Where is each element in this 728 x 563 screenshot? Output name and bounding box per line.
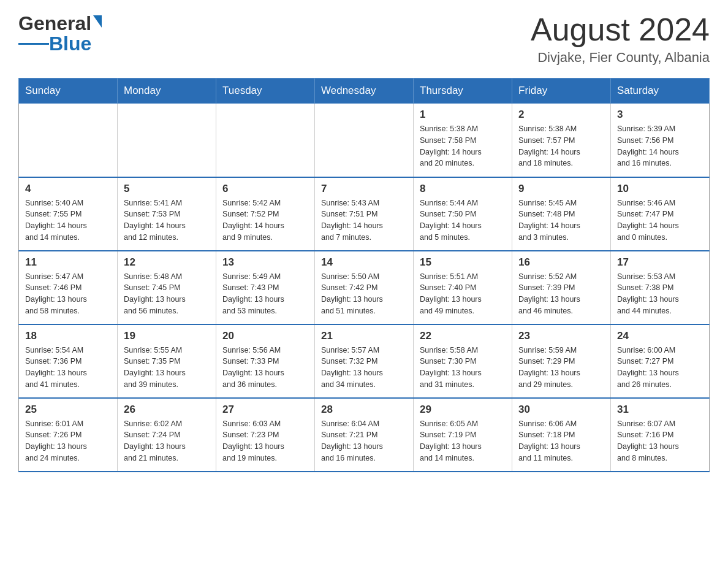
day-info: Sunrise: 5:38 AM Sunset: 7:58 PM Dayligh… <box>420 123 506 169</box>
day-info: Sunrise: 5:56 AM Sunset: 7:33 PM Dayligh… <box>222 345 308 391</box>
day-info: Sunrise: 5:43 AM Sunset: 7:51 PM Dayligh… <box>321 197 407 243</box>
day-number: 27 <box>222 404 308 416</box>
month-year-title: August 2024 <box>531 12 710 47</box>
day-number: 15 <box>420 256 506 269</box>
day-number: 25 <box>25 404 111 416</box>
day-info: Sunrise: 5:39 AM Sunset: 7:56 PM Dayligh… <box>617 123 703 169</box>
day-number: 20 <box>222 330 308 342</box>
day-info: Sunrise: 6:01 AM Sunset: 7:26 PM Dayligh… <box>25 418 111 464</box>
calendar-cell: 18Sunrise: 5:54 AM Sunset: 7:36 PM Dayli… <box>19 324 118 398</box>
day-info: Sunrise: 5:49 AM Sunset: 7:43 PM Dayligh… <box>222 271 308 317</box>
day-number: 11 <box>25 256 111 269</box>
calendar-week-row: 1Sunrise: 5:38 AM Sunset: 7:58 PM Daylig… <box>19 104 710 177</box>
day-info: Sunrise: 5:55 AM Sunset: 7:35 PM Dayligh… <box>124 345 210 391</box>
logo-triangle-icon <box>93 15 102 28</box>
calendar-table: Sunday Monday Tuesday Wednesday Thursday… <box>18 78 710 472</box>
calendar-cell: 7Sunrise: 5:43 AM Sunset: 7:51 PM Daylig… <box>315 177 414 251</box>
day-number: 5 <box>124 183 210 195</box>
day-info: Sunrise: 6:03 AM Sunset: 7:23 PM Dayligh… <box>222 418 308 464</box>
day-number: 3 <box>617 109 703 121</box>
day-number: 12 <box>124 256 210 269</box>
day-info: Sunrise: 5:51 AM Sunset: 7:40 PM Dayligh… <box>420 271 506 317</box>
day-info: Sunrise: 5:53 AM Sunset: 7:38 PM Dayligh… <box>617 271 703 317</box>
day-info: Sunrise: 5:41 AM Sunset: 7:53 PM Dayligh… <box>124 197 210 243</box>
calendar-cell: 11Sunrise: 5:47 AM Sunset: 7:46 PM Dayli… <box>19 251 118 324</box>
day-number: 2 <box>518 109 604 121</box>
calendar-week-row: 25Sunrise: 6:01 AM Sunset: 7:26 PM Dayli… <box>19 398 710 472</box>
calendar-cell <box>315 104 414 177</box>
calendar-cell: 10Sunrise: 5:46 AM Sunset: 7:47 PM Dayli… <box>611 177 710 251</box>
day-info: Sunrise: 5:45 AM Sunset: 7:48 PM Dayligh… <box>518 197 604 243</box>
calendar-cell: 15Sunrise: 5:51 AM Sunset: 7:40 PM Dayli… <box>414 251 512 324</box>
day-number: 17 <box>617 256 703 269</box>
day-number: 31 <box>617 404 703 416</box>
day-info: Sunrise: 6:05 AM Sunset: 7:19 PM Dayligh… <box>420 418 506 464</box>
day-info: Sunrise: 5:57 AM Sunset: 7:32 PM Dayligh… <box>321 345 407 391</box>
day-info: Sunrise: 5:54 AM Sunset: 7:36 PM Dayligh… <box>25 345 111 391</box>
col-sunday: Sunday <box>19 79 118 104</box>
day-number: 9 <box>518 183 604 195</box>
day-info: Sunrise: 5:48 AM Sunset: 7:45 PM Dayligh… <box>124 271 210 317</box>
day-info: Sunrise: 6:04 AM Sunset: 7:21 PM Dayligh… <box>321 418 407 464</box>
day-info: Sunrise: 5:46 AM Sunset: 7:47 PM Dayligh… <box>617 197 703 243</box>
col-friday: Friday <box>512 79 611 104</box>
calendar-cell: 5Sunrise: 5:41 AM Sunset: 7:53 PM Daylig… <box>118 177 216 251</box>
calendar-cell: 14Sunrise: 5:50 AM Sunset: 7:42 PM Dayli… <box>315 251 414 324</box>
col-monday: Monday <box>118 79 216 104</box>
calendar-cell: 26Sunrise: 6:02 AM Sunset: 7:24 PM Dayli… <box>118 398 216 472</box>
col-thursday: Thursday <box>414 79 512 104</box>
calendar-cell <box>19 104 118 177</box>
calendar-week-row: 18Sunrise: 5:54 AM Sunset: 7:36 PM Dayli… <box>19 324 710 398</box>
calendar-cell: 25Sunrise: 6:01 AM Sunset: 7:26 PM Dayli… <box>19 398 118 472</box>
title-area: August 2024 Divjake, Fier County, Albani… <box>531 12 710 66</box>
calendar-header-row: Sunday Monday Tuesday Wednesday Thursday… <box>19 79 710 104</box>
day-number: 6 <box>222 183 308 195</box>
calendar-cell: 30Sunrise: 6:06 AM Sunset: 7:18 PM Dayli… <box>512 398 611 472</box>
calendar-cell: 1Sunrise: 5:38 AM Sunset: 7:58 PM Daylig… <box>414 104 512 177</box>
calendar-cell <box>118 104 216 177</box>
logo-blue: Blue <box>49 33 91 55</box>
calendar-cell: 27Sunrise: 6:03 AM Sunset: 7:23 PM Dayli… <box>216 398 315 472</box>
day-number: 18 <box>25 330 111 342</box>
calendar-cell: 16Sunrise: 5:52 AM Sunset: 7:39 PM Dayli… <box>512 251 611 324</box>
calendar-cell: 12Sunrise: 5:48 AM Sunset: 7:45 PM Dayli… <box>118 251 216 324</box>
day-number: 13 <box>222 256 308 269</box>
logo-general: General <box>18 12 91 35</box>
day-number: 14 <box>321 256 407 269</box>
calendar-cell <box>216 104 315 177</box>
day-number: 16 <box>518 256 604 269</box>
calendar-cell: 6Sunrise: 5:42 AM Sunset: 7:52 PM Daylig… <box>216 177 315 251</box>
day-number: 24 <box>617 330 703 342</box>
day-info: Sunrise: 5:59 AM Sunset: 7:29 PM Dayligh… <box>518 345 604 391</box>
day-number: 19 <box>124 330 210 342</box>
calendar-cell: 20Sunrise: 5:56 AM Sunset: 7:33 PM Dayli… <box>216 324 315 398</box>
calendar-cell: 19Sunrise: 5:55 AM Sunset: 7:35 PM Dayli… <box>118 324 216 398</box>
day-number: 7 <box>321 183 407 195</box>
day-info: Sunrise: 5:42 AM Sunset: 7:52 PM Dayligh… <box>222 197 308 243</box>
logo: General Blue <box>18 12 102 55</box>
day-number: 26 <box>124 404 210 416</box>
day-number: 21 <box>321 330 407 342</box>
day-number: 30 <box>518 404 604 416</box>
calendar-cell: 31Sunrise: 6:07 AM Sunset: 7:16 PM Dayli… <box>611 398 710 472</box>
page-header: General Blue August 2024 Divjake, Fier C… <box>18 12 710 66</box>
calendar-cell: 21Sunrise: 5:57 AM Sunset: 7:32 PM Dayli… <box>315 324 414 398</box>
location-subtitle: Divjake, Fier County, Albania <box>531 50 710 66</box>
day-number: 10 <box>617 183 703 195</box>
calendar-cell: 23Sunrise: 5:59 AM Sunset: 7:29 PM Dayli… <box>512 324 611 398</box>
day-number: 28 <box>321 404 407 416</box>
day-number: 4 <box>25 183 111 195</box>
day-number: 8 <box>420 183 506 195</box>
calendar-cell: 3Sunrise: 5:39 AM Sunset: 7:56 PM Daylig… <box>611 104 710 177</box>
calendar-cell: 13Sunrise: 5:49 AM Sunset: 7:43 PM Dayli… <box>216 251 315 324</box>
calendar-cell: 4Sunrise: 5:40 AM Sunset: 7:55 PM Daylig… <box>19 177 118 251</box>
calendar-cell: 28Sunrise: 6:04 AM Sunset: 7:21 PM Dayli… <box>315 398 414 472</box>
day-info: Sunrise: 6:06 AM Sunset: 7:18 PM Dayligh… <box>518 418 604 464</box>
day-number: 1 <box>420 109 506 121</box>
day-info: Sunrise: 5:50 AM Sunset: 7:42 PM Dayligh… <box>321 271 407 317</box>
day-info: Sunrise: 5:58 AM Sunset: 7:30 PM Dayligh… <box>420 345 506 391</box>
calendar-cell: 24Sunrise: 6:00 AM Sunset: 7:27 PM Dayli… <box>611 324 710 398</box>
day-number: 23 <box>518 330 604 342</box>
day-info: Sunrise: 5:44 AM Sunset: 7:50 PM Dayligh… <box>420 197 506 243</box>
calendar-cell: 17Sunrise: 5:53 AM Sunset: 7:38 PM Dayli… <box>611 251 710 324</box>
